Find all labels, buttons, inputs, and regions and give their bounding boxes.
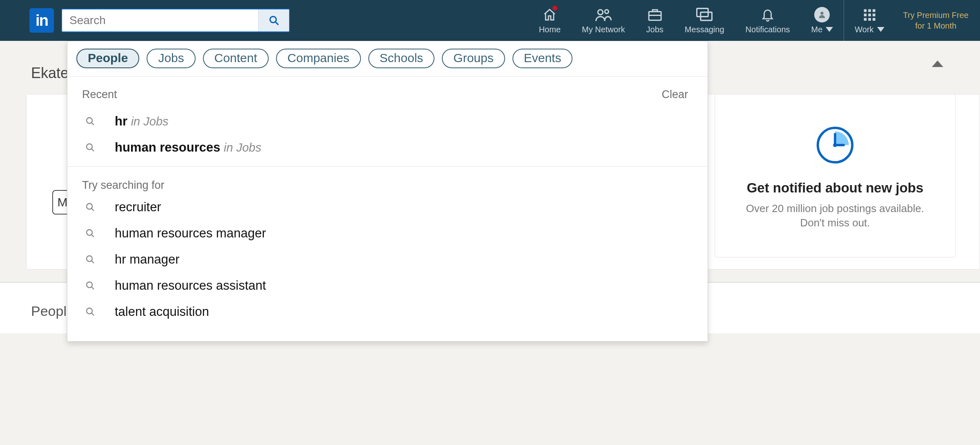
svg-line-24 [91, 149, 94, 151]
chip-content[interactable]: Content [203, 49, 269, 68]
svg-rect-8 [864, 9, 867, 12]
svg-point-3 [605, 9, 608, 13]
apps-grid-icon [863, 8, 876, 21]
search-icon [85, 202, 98, 212]
nav-messaging[interactable]: Messaging [674, 0, 735, 41]
recent-context: in Jobs [131, 115, 169, 128]
svg-rect-9 [869, 9, 871, 12]
linkedin-logo[interactable]: in [29, 8, 54, 33]
premium-cta[interactable]: Try Premium Free for 1 Month [895, 0, 980, 41]
svg-point-21 [87, 118, 92, 123]
search-icon [85, 143, 98, 152]
svg-point-31 [87, 282, 92, 288]
nav-me[interactable]: Me [801, 0, 844, 41]
chip-jobs[interactable]: Jobs [147, 49, 195, 68]
job-alerts-line1: Over 20 million job postings available. [746, 202, 924, 215]
nav-home-label: Home [539, 25, 561, 34]
svg-rect-14 [864, 18, 867, 21]
chip-events[interactable]: Events [512, 49, 573, 68]
search-field[interactable] [61, 9, 290, 32]
nav-jobs[interactable]: Jobs [636, 0, 674, 41]
page-title-truncated: Ekate [31, 65, 69, 82]
nav-notifications[interactable]: Notifications [735, 0, 801, 41]
suggestion-term: talent acquisition [115, 304, 209, 319]
search-input[interactable] [62, 9, 258, 31]
clear-recent-link[interactable]: Clear [662, 88, 688, 101]
recent-term: human resources [115, 140, 220, 154]
svg-line-32 [91, 287, 94, 289]
svg-line-28 [91, 235, 94, 237]
premium-line1: Try Premium Free [903, 10, 969, 20]
in-logo-icon: in [29, 8, 54, 33]
svg-line-34 [91, 313, 94, 315]
search-icon [85, 228, 98, 238]
bell-icon [761, 8, 775, 22]
nav-notifications-label: Notifications [746, 25, 790, 34]
svg-line-26 [91, 208, 94, 211]
nav-me-label: Me [811, 25, 823, 34]
svg-rect-10 [873, 9, 875, 12]
network-icon [595, 8, 612, 22]
chip-schools[interactable]: Schools [368, 49, 435, 68]
recent-term: hr [115, 114, 127, 128]
nav-jobs-label: Jobs [646, 25, 664, 34]
job-alerts-line2: Don't miss out. [800, 217, 870, 229]
suggestion-item[interactable]: hr manager [67, 246, 708, 273]
search-icon [269, 15, 279, 26]
svg-point-23 [87, 144, 92, 150]
suggestion-term: human resources manager [115, 226, 266, 241]
suggestion-item[interactable]: human resources manager [67, 220, 708, 246]
svg-rect-15 [869, 18, 871, 21]
search-icon [85, 116, 98, 126]
svg-point-25 [87, 203, 92, 209]
global-nav: in Home My Netw [0, 0, 980, 41]
nav-work[interactable]: Work [844, 0, 895, 41]
svg-rect-11 [864, 13, 867, 16]
svg-line-22 [91, 123, 94, 125]
notification-badge-dot [552, 5, 558, 11]
suggestion-term: recruiter [115, 200, 161, 215]
nav-work-label: Work [855, 25, 873, 34]
people-row-label-truncated: Peopl [31, 303, 67, 319]
svg-point-29 [87, 256, 92, 262]
svg-line-1 [275, 22, 278, 25]
recent-label: Recent [82, 88, 117, 101]
partial-button-letter: M [58, 195, 68, 209]
chevron-down-icon [877, 27, 884, 32]
recent-item[interactable]: human resources in Jobs [67, 134, 708, 161]
search-dropdown: People Jobs Content Companies Schools Gr… [67, 41, 708, 342]
nav-network[interactable]: My Network [571, 0, 636, 41]
svg-rect-16 [873, 18, 875, 21]
search-icon [85, 255, 98, 264]
nav-messaging-label: Messaging [685, 25, 724, 34]
svg-point-7 [821, 11, 824, 14]
recent-header-row: Recent Clear [67, 77, 708, 108]
briefcase-icon [648, 8, 662, 22]
chip-companies[interactable]: Companies [276, 49, 361, 68]
chip-people[interactable]: People [76, 49, 139, 68]
svg-point-2 [598, 9, 603, 14]
svg-point-27 [87, 230, 92, 235]
nav-network-label: My Network [582, 25, 625, 34]
recent-context: in Jobs [224, 141, 261, 154]
suggestion-item[interactable]: talent acquisition [67, 299, 708, 325]
clock-icon [815, 125, 855, 166]
recent-item[interactable]: hr in Jobs [67, 108, 708, 134]
suggestion-term: human resources assistant [115, 278, 266, 293]
search-button[interactable] [258, 9, 289, 31]
nav-right: Home My Network Jobs [528, 0, 980, 41]
suggestion-item[interactable]: human resources assistant [67, 273, 708, 299]
svg-line-30 [91, 261, 94, 263]
svg-rect-12 [869, 13, 871, 16]
chevron-up-icon[interactable] [932, 60, 943, 67]
messaging-icon [696, 8, 713, 22]
premium-line2: for 1 Month [915, 20, 956, 31]
suggestion-item[interactable]: recruiter [67, 194, 708, 220]
chip-groups[interactable]: Groups [442, 49, 505, 68]
search-icon [85, 281, 98, 291]
search-icon [85, 307, 98, 317]
job-alerts-title: Get notified about new jobs [747, 180, 924, 196]
nav-home[interactable]: Home [528, 0, 571, 41]
suggestion-term: hr manager [115, 252, 180, 267]
avatar-icon [814, 7, 830, 22]
